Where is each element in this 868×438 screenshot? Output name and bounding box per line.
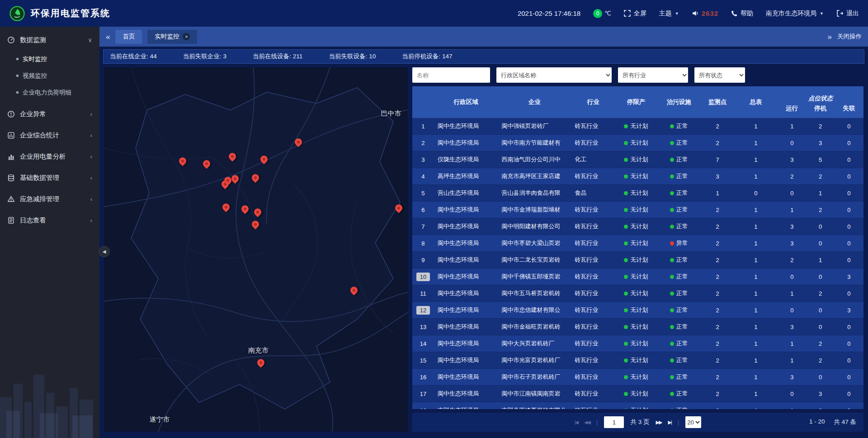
sidebar-item-enterprise-anomaly[interactable]: 企业异常 ‹ <box>0 104 99 125</box>
table-row[interactable]: 3仪陇生态环境局西南油气田分公司川中化工无计划正常71350 <box>412 151 863 168</box>
status-dot-green-icon <box>670 258 674 262</box>
industry-filter-select[interactable]: 所有行业 <box>618 67 688 83</box>
table-row[interactable]: 12阆中生态环境局阆中市忠信建材有限公砖瓦行业无计划正常21003 <box>412 302 863 319</box>
next-page-button[interactable]: ▶▶ <box>656 419 662 425</box>
close-tab-icon[interactable]: × <box>183 33 190 40</box>
close-operations-button[interactable]: 关闭操作 <box>837 33 862 41</box>
map-pin-icon[interactable] <box>350 287 358 294</box>
cell-lost: 0 <box>835 218 863 235</box>
sidebar-item-video-monitoring[interactable]: 视频监控 <box>0 67 99 84</box>
table-row[interactable]: 13阆中生态环境局阆中市金福旺页岩机砖砖瓦行业无计划正常21300 <box>412 319 863 335</box>
table-row[interactable]: 6阆中生态环境局阆中市金博瑞新型墙材砖瓦行业无计划正常21120 <box>412 202 863 218</box>
cell-region: 阆中生态环境局 <box>434 352 498 368</box>
map-pin-icon[interactable] <box>229 153 236 160</box>
cell-industry: 砖瓦行业 <box>571 168 615 184</box>
tab-home[interactable]: 首页 <box>115 30 142 44</box>
table-row[interactable]: 14阆中生态环境局阆中大兴页岩机砖厂砖瓦行业无计划正常21120 <box>412 335 863 352</box>
table-row[interactable]: 8阆中生态环境局阆中市枣碧大梁山页岩砖瓦行业无计划异常21300 <box>412 235 863 252</box>
map[interactable]: ◀ 巴中市南充市遂宁市 <box>104 67 408 432</box>
cell-index: 5 <box>412 185 434 201</box>
first-page-button[interactable]: |◀ <box>575 419 578 425</box>
cell-meters: 1 <box>734 268 778 285</box>
map-pin-icon[interactable] <box>203 160 210 167</box>
table-row[interactable]: 7阆中生态环境局阆中明阳建材有限公司砖瓦行业无计划正常21300 <box>412 218 863 235</box>
cell-lost: 0 <box>835 335 863 352</box>
sidebar-item-power-load-detail[interactable]: 企业电力负荷明细 <box>0 84 99 101</box>
sidebar-item-power-analysis[interactable]: 企业用电量分析 ‹ <box>0 146 99 167</box>
table-row[interactable]: 17阆中生态环境局阆中市江南镇阆南页岩砖瓦行业无计划正常21030 <box>412 386 863 402</box>
fullscreen-button[interactable]: 全屏 <box>624 9 646 18</box>
sidebar-item-enterprise-stats[interactable]: 企业综合统计 ‹ <box>0 125 99 146</box>
page-number-input[interactable] <box>604 416 624 428</box>
map-pin-icon[interactable] <box>252 174 259 182</box>
table-row[interactable]: 11阆中生态环境局阆中市五马桥页岩机砖砖瓦行业无计划正常21120 <box>412 285 863 302</box>
sidebar-item-realtime-monitoring[interactable]: 实时监控 <box>0 51 99 67</box>
last-page-button[interactable]: ▶| <box>668 419 671 425</box>
map-pin-icon[interactable] <box>295 139 302 146</box>
cell-index: 7 <box>412 218 434 235</box>
table-row[interactable]: 5营山生态环境局营山县润丰肉食品有限食品无计划正常10010 <box>412 185 863 202</box>
map-pin-icon[interactable] <box>395 205 402 212</box>
cell-region: 阆中生态环境局 <box>434 218 498 235</box>
table-row[interactable]: 15阆中生态环境局阆中市光富页岩机砖厂砖瓦行业无计划正常21120 <box>412 352 863 369</box>
map-pin-icon[interactable] <box>222 203 230 211</box>
alert-sound-button[interactable]: 2632 <box>692 9 718 17</box>
table-row[interactable]: 4高坪生态环境局南充市高坪区王家店建砖瓦行业无计划正常31220 <box>412 168 863 185</box>
map-pin-icon[interactable] <box>260 156 268 163</box>
logout-label: 退出 <box>846 9 859 18</box>
name-filter-input[interactable] <box>412 67 490 83</box>
map-collapse-button[interactable]: ◀ <box>99 246 110 257</box>
region-filter-select[interactable]: 行政区域名称 <box>496 67 612 83</box>
org-dropdown[interactable]: 南充市生态环境局 ▼ <box>766 9 824 18</box>
col-total-meter: 总表 <box>734 98 778 106</box>
table-row[interactable]: 9阆中生态环境局阆中市二龙长宝页岩砖砖瓦行业无计划正常21210 <box>412 252 863 268</box>
tab-label: 实时监控 <box>155 33 179 41</box>
cell-stop: 3 <box>806 135 835 151</box>
cell-limit-status: 无计划 <box>615 218 657 235</box>
document-icon <box>7 217 15 224</box>
theme-dropdown[interactable]: 主题 ▼ <box>659 9 679 18</box>
sidebar-group-label: 企业用电量分析 <box>20 152 66 161</box>
map-pin-icon[interactable] <box>252 221 259 228</box>
map-pin-icon[interactable] <box>241 205 249 212</box>
table-row[interactable]: 18南部生态环境局南部县双峰页岩砖有限公砖瓦行业无计划正常21120 <box>412 402 863 409</box>
table-row[interactable]: 1阆中生态环境局阆中强锐页岩砖厂砖瓦行业无计划正常21120 <box>412 118 863 135</box>
cell-company: 阆中市南方节能建材有 <box>498 135 571 151</box>
table-row[interactable]: 10阆中生态环境局阆中千佛镇五郎垭页岩砖瓦行业无计划正常21003 <box>412 268 863 285</box>
status-dot-green-icon <box>624 174 628 179</box>
sidebar-item-emergency-reduction[interactable]: 应急减排管理 ‹ <box>0 188 99 210</box>
sidebar-item-base-data[interactable]: 基础数据管理 ‹ <box>0 167 99 188</box>
sidebar-item-log-view[interactable]: 日志查看 ‹ <box>0 210 99 231</box>
map-pin-icon[interactable] <box>179 157 186 165</box>
map-pin-icon[interactable] <box>257 359 264 366</box>
sidebar-item-data-monitoring[interactable]: 数据监测 ∨ <box>0 29 99 51</box>
cell-lost: 0 <box>835 369 863 385</box>
status-dot-green-icon <box>670 141 674 145</box>
map-pin-icon[interactable] <box>224 177 231 184</box>
cell-facility-status: 正常 <box>657 369 701 385</box>
right-panel: 行政区域名称 所有行业 所有状态 行政区域 企业 行业 停限产 治污设施 监测点 <box>412 67 863 432</box>
map-pin-icon[interactable] <box>231 175 239 182</box>
stats-bar: 当前在线企业:44当前失联企业:3当前在线设备:211当前失联设备:10当前停机… <box>103 49 864 64</box>
speaker-icon <box>692 10 698 17</box>
status-filter-select[interactable]: 所有状态 <box>694 67 745 83</box>
tab-realtime-monitoring[interactable]: 实时监控 × <box>147 30 197 44</box>
scroll-tabs-right-icon[interactable]: » <box>828 33 832 41</box>
cell-index: 1 <box>412 118 434 134</box>
cell-region: 营山生态环境局 <box>434 185 498 201</box>
scroll-tabs-left-icon[interactable]: « <box>106 33 110 41</box>
col-group-point-status: 点位状态 <box>778 94 863 104</box>
cell-lost: 0 <box>835 252 863 268</box>
cell-industry: 砖瓦行业 <box>571 252 615 268</box>
logout-button[interactable]: 退出 <box>836 9 859 18</box>
table-row[interactable]: 2阆中生态环境局阆中市南方节能建材有砖瓦行业无计划正常21030 <box>412 135 863 151</box>
cell-company: 南部县双峰页岩砖有限公 <box>498 402 571 409</box>
chevron-left-icon: ‹ <box>90 132 92 139</box>
page-size-select[interactable]: 20 <box>685 416 701 428</box>
help-button[interactable]: 帮助 <box>731 9 753 18</box>
content-region: ◀ 巴中市南充市遂宁市 行政区域名称 所有行业 所有状态 行政区域 <box>99 64 868 438</box>
table-row[interactable]: 16阆中生态环境局阆中市石子页岩机砖厂砖瓦行业无计划正常21300 <box>412 369 863 386</box>
map-pin-icon[interactable] <box>254 209 261 216</box>
cell-points: 2 <box>701 386 734 402</box>
prev-page-button[interactable]: ◀◀ <box>584 419 590 425</box>
